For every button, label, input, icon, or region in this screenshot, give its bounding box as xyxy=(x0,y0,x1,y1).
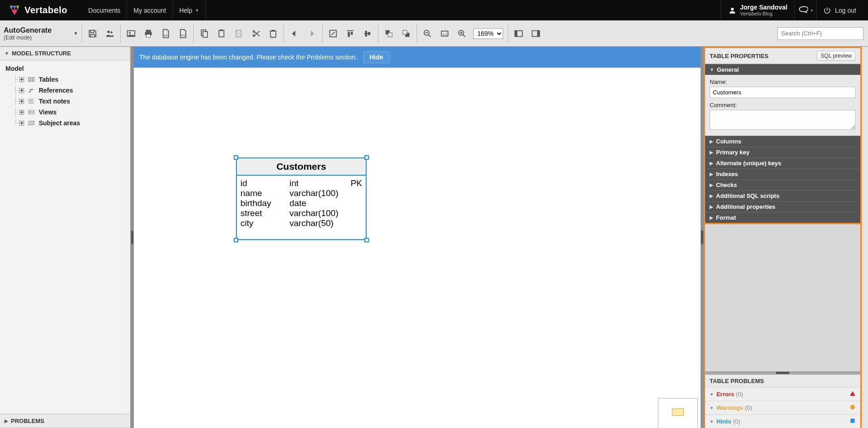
logout-button[interactable]: Log out xyxy=(816,0,863,20)
chevron-right-icon: ▶ xyxy=(710,161,713,166)
bring-front-button[interactable] xyxy=(381,26,397,41)
expand-icon[interactable]: + xyxy=(19,99,24,104)
power-icon xyxy=(823,6,831,15)
expand-icon[interactable]: + xyxy=(19,88,24,93)
resize-handle[interactable] xyxy=(234,155,238,160)
toggle-right-panel-button[interactable] xyxy=(528,26,544,41)
svg-rect-26 xyxy=(365,30,368,36)
name-input[interactable] xyxy=(710,87,856,98)
expand-icon[interactable]: + xyxy=(19,121,24,126)
paste-button[interactable] xyxy=(214,26,229,41)
entity-customers[interactable]: Customers idintPK namevarchar(100) birth… xyxy=(236,157,367,240)
align-middle-button[interactable] xyxy=(360,26,375,41)
toggle-left-panel-button[interactable] xyxy=(511,26,526,41)
logout-label: Log out xyxy=(835,7,856,14)
zoom-select[interactable]: 169% xyxy=(473,28,503,39)
expand-icon[interactable]: + xyxy=(19,110,24,115)
share-button[interactable] xyxy=(102,26,118,41)
chevron-right-icon: ▶ xyxy=(710,193,713,198)
resize-handle[interactable] xyxy=(234,238,238,242)
notice-bar: The database engine has been changed. Pl… xyxy=(134,47,701,68)
tree-item-subjectareas[interactable]: └+Subject areas xyxy=(0,118,130,128)
canvas[interactable]: Customers idintPK namevarchar(100) birth… xyxy=(134,68,701,428)
svg-rect-27 xyxy=(368,32,370,35)
zoom-in-button[interactable] xyxy=(454,26,470,41)
section-primary-key[interactable]: ▶Primary key xyxy=(705,147,860,157)
cut-button[interactable] xyxy=(248,26,264,41)
warning-icon xyxy=(849,404,856,412)
svg-rect-40 xyxy=(29,77,34,81)
logo[interactable]: Vertabelo xyxy=(0,0,76,20)
paste-icon xyxy=(216,29,226,39)
grip-icon xyxy=(776,372,790,374)
right-scrollbar[interactable] xyxy=(862,47,868,428)
svg-point-5 xyxy=(108,30,110,33)
tree-item-references[interactable]: ├+References xyxy=(0,85,130,96)
document-mode: (Edit mode) xyxy=(4,34,78,41)
section-checks[interactable]: ▶Checks xyxy=(705,179,860,190)
chat-button[interactable]: ▾ xyxy=(794,0,816,20)
section-sql-scripts[interactable]: ▶Additional SQL scripts xyxy=(705,190,860,201)
copy-button[interactable] xyxy=(196,26,212,41)
document-title: AutoGenerate xyxy=(4,26,78,34)
svg-text:1:1: 1:1 xyxy=(442,32,447,36)
edit-canvas-button[interactable] xyxy=(325,26,341,41)
redo-button[interactable] xyxy=(304,26,319,41)
problems-warnings-row[interactable]: ▼Warnings(0) xyxy=(705,401,860,414)
search-input[interactable] xyxy=(777,27,863,40)
problems-errors-row[interactable]: ▼Errors(0) xyxy=(705,387,860,401)
send-back-button[interactable] xyxy=(398,26,414,41)
paste-special-button[interactable] xyxy=(231,26,246,41)
tree-root[interactable]: Model xyxy=(0,63,130,74)
export-doc-button[interactable]: DOC xyxy=(175,26,191,41)
undo-button[interactable] xyxy=(287,26,302,41)
section-format[interactable]: ▶Format xyxy=(705,212,860,223)
section-general[interactable]: ▼General xyxy=(705,64,860,75)
comment-input[interactable] xyxy=(710,110,856,130)
tree-item-tables[interactable]: ├+Tables xyxy=(0,74,130,85)
zoom-out-button[interactable] xyxy=(420,26,435,41)
section-alternate-keys[interactable]: ▶Alternate (unique) keys xyxy=(705,157,860,168)
problems-panel-head[interactable]: ▶PROBLEMS xyxy=(0,414,130,428)
resize-handle[interactable] xyxy=(364,155,369,160)
right-splitter[interactable] xyxy=(701,47,704,428)
minimap[interactable] xyxy=(658,398,698,428)
tree-item-label: Views xyxy=(39,108,56,116)
model-tree: Model ├+Tables ├+References ├+Text notes… xyxy=(0,60,130,414)
expand-icon[interactable]: + xyxy=(19,77,24,82)
svg-rect-31 xyxy=(403,30,407,34)
print-button[interactable] xyxy=(141,26,156,41)
section-additional-properties[interactable]: ▶Additional properties xyxy=(705,201,860,212)
document-switcher[interactable]: AutoGenerate (Edit mode) ▼ xyxy=(0,25,82,43)
left-splitter[interactable] xyxy=(131,47,134,428)
print-icon xyxy=(143,29,153,39)
nav-help[interactable]: Help▼ xyxy=(173,0,206,20)
section-columns[interactable]: ▶Columns xyxy=(705,136,860,147)
nav-my-account[interactable]: My account xyxy=(127,0,173,20)
tree-item-views[interactable]: ├+Views xyxy=(0,107,130,118)
delete-button[interactable] xyxy=(265,26,281,41)
doc-file-icon: DOC xyxy=(178,29,188,39)
nav-documents[interactable]: Documents xyxy=(82,0,128,20)
user-menu[interactable]: Jorge Sandoval Vertabelo Blog xyxy=(721,0,794,20)
user-name: Jorge Sandoval xyxy=(740,4,787,11)
export-image-button[interactable] xyxy=(123,26,139,41)
sql-preview-button[interactable]: SQL preview xyxy=(817,51,856,61)
align-top-button[interactable] xyxy=(343,26,358,41)
section-indexes[interactable]: ▶Indexes xyxy=(705,168,860,179)
sql-file-icon: SQL xyxy=(161,29,171,39)
model-structure-head[interactable]: ▼MODEL STRUCTURE xyxy=(0,47,130,60)
export-sql-button[interactable]: SQL xyxy=(158,26,173,41)
resize-handle[interactable] xyxy=(364,238,369,242)
warnings-count: (0) xyxy=(745,404,752,411)
users-icon xyxy=(105,29,115,39)
tree-item-textnotes[interactable]: ├+Text notes xyxy=(0,96,130,107)
save-button[interactable] xyxy=(85,26,100,41)
problems-splitter[interactable] xyxy=(705,371,860,374)
chevron-right-icon: ▶ xyxy=(710,139,713,144)
chevron-down-icon: ▼ xyxy=(5,51,9,56)
problems-hints-row[interactable]: ▼Hints(0) xyxy=(705,414,860,428)
zoom-100-button[interactable]: 1:1 xyxy=(437,26,452,41)
svg-marker-0 xyxy=(10,5,13,10)
notice-hide-button[interactable]: Hide xyxy=(363,51,389,63)
